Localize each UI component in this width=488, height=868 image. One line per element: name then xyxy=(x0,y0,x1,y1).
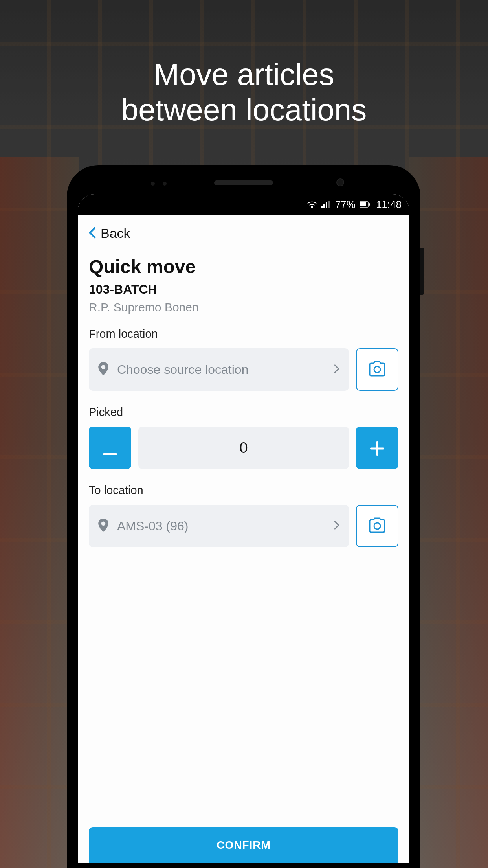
item-name: R.P. Supremo Bonen xyxy=(89,301,398,314)
quantity-stepper: 0 xyxy=(89,427,398,469)
svg-rect-3 xyxy=(326,202,327,208)
svg-rect-7 xyxy=(369,203,370,206)
wifi-icon xyxy=(307,200,317,208)
from-location-placeholder: Choose source location xyxy=(117,362,334,377)
svg-rect-6 xyxy=(360,202,366,206)
confirm-label: CONFIRM xyxy=(216,839,271,851)
promo-line-1: Move articles xyxy=(154,57,334,92)
back-label: Back xyxy=(101,226,130,241)
to-location-select[interactable]: AMS-03 (96) xyxy=(89,505,349,547)
status-time: 11:48 xyxy=(376,199,402,211)
svg-rect-11 xyxy=(376,441,378,456)
confirm-button[interactable]: CONFIRM xyxy=(89,827,398,863)
camera-icon xyxy=(368,517,386,535)
promo-headline: Move articles between locations xyxy=(0,57,488,127)
scan-to-location-button[interactable] xyxy=(356,505,398,547)
increment-button[interactable] xyxy=(356,427,398,469)
camera-icon xyxy=(368,361,386,378)
chevron-right-icon xyxy=(334,364,339,375)
decrement-button[interactable] xyxy=(89,427,131,469)
chevron-left-icon xyxy=(89,227,96,240)
svg-point-8 xyxy=(374,366,380,373)
scan-from-location-button[interactable] xyxy=(356,348,398,391)
back-button[interactable]: Back xyxy=(89,226,398,241)
svg-rect-2 xyxy=(323,204,325,208)
batch-id: 103-BATCH xyxy=(89,282,398,297)
signal-icon xyxy=(321,201,330,208)
quantity-value[interactable]: 0 xyxy=(138,427,349,469)
svg-rect-1 xyxy=(321,206,323,208)
svg-rect-9 xyxy=(103,453,117,455)
battery-percentage: 77% xyxy=(335,199,356,211)
phone-device-frame: 77% 11:48 xyxy=(67,165,420,868)
minus-icon xyxy=(103,435,117,461)
app-screen: 77% 11:48 xyxy=(78,194,409,863)
chevron-right-icon xyxy=(334,520,339,531)
page-title: Quick move xyxy=(89,256,398,278)
status-bar: 77% 11:48 xyxy=(78,194,409,215)
plus-icon xyxy=(370,435,384,461)
pin-icon xyxy=(98,362,108,377)
picked-label: Picked xyxy=(89,406,398,419)
svg-rect-4 xyxy=(328,201,330,208)
svg-point-0 xyxy=(311,206,312,208)
from-location-label: From location xyxy=(89,327,398,340)
pin-icon xyxy=(98,519,108,533)
to-location-label: To location xyxy=(89,484,398,497)
svg-point-12 xyxy=(374,523,380,529)
promo-line-2: between locations xyxy=(121,92,367,127)
to-location-value: AMS-03 (96) xyxy=(117,519,334,533)
from-location-select[interactable]: Choose source location xyxy=(89,348,349,391)
battery-icon xyxy=(360,201,370,208)
